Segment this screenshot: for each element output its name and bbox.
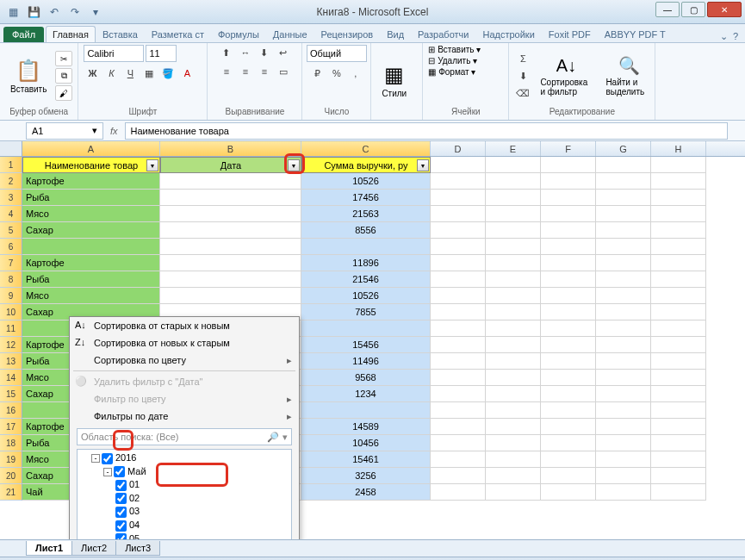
cell[interactable] bbox=[651, 255, 706, 271]
cell[interactable] bbox=[651, 370, 706, 386]
styles-button[interactable]: ▦ Стили bbox=[376, 61, 412, 100]
filter-tree[interactable]: -2016 -Май 01020304050607 (Пустые) bbox=[77, 449, 292, 539]
cell[interactable] bbox=[541, 468, 596, 484]
fx-icon[interactable]: fx bbox=[110, 126, 118, 136]
cell[interactable] bbox=[596, 190, 651, 206]
tab-developer[interactable]: Разработчи bbox=[411, 26, 475, 42]
cell-c[interactable] bbox=[301, 320, 431, 337]
cell-a[interactable]: Рыба bbox=[22, 271, 160, 288]
comma-icon[interactable]: , bbox=[347, 65, 364, 81]
select-all-corner[interactable] bbox=[0, 141, 22, 156]
cell[interactable] bbox=[651, 337, 706, 353]
cell[interactable] bbox=[596, 157, 651, 173]
tab-layout[interactable]: Разметка ст bbox=[145, 26, 211, 42]
cell[interactable] bbox=[651, 320, 706, 337]
cell[interactable] bbox=[486, 288, 541, 304]
cell-b[interactable] bbox=[160, 190, 301, 206]
row-header[interactable]: 13 bbox=[0, 353, 22, 370]
cell-b[interactable] bbox=[160, 222, 301, 239]
dropdown-icon[interactable]: ▾ bbox=[282, 432, 288, 443]
date-filters[interactable]: Фильтры по дате▸ bbox=[70, 408, 299, 425]
cell[interactable] bbox=[486, 451, 541, 468]
cell[interactable] bbox=[651, 157, 706, 173]
cell-c[interactable]: 1234 bbox=[301, 386, 431, 402]
column-header-F[interactable]: F bbox=[541, 141, 596, 156]
cell[interactable] bbox=[541, 320, 596, 337]
cell[interactable] bbox=[596, 337, 651, 353]
tree-year[interactable]: -2016 bbox=[79, 451, 289, 465]
row-header[interactable]: 5 bbox=[0, 222, 22, 239]
formula-input[interactable]: Наименование товара bbox=[125, 122, 728, 140]
merge-icon[interactable]: ▭ bbox=[275, 64, 292, 79]
column-header-D[interactable]: D bbox=[431, 141, 486, 156]
row-header[interactable]: 16 bbox=[0, 402, 22, 419]
cell[interactable] bbox=[651, 304, 706, 320]
row-header[interactable]: 20 bbox=[0, 468, 22, 484]
find-select-button[interactable]: 🔍 Найти и выделить bbox=[600, 53, 658, 98]
cell[interactable] bbox=[431, 173, 486, 190]
cell[interactable] bbox=[596, 271, 651, 288]
redo-icon[interactable]: ↷ bbox=[65, 3, 84, 22]
currency-icon[interactable]: ₽ bbox=[309, 65, 326, 81]
cell-c[interactable]: 10456 bbox=[301, 435, 431, 451]
filter-button-a[interactable]: ▼ bbox=[146, 159, 158, 171]
cell[interactable] bbox=[486, 484, 541, 501]
row-header[interactable]: 1 bbox=[0, 157, 22, 173]
collapse-icon[interactable]: - bbox=[103, 468, 112, 476]
cell[interactable] bbox=[651, 288, 706, 304]
cell[interactable] bbox=[596, 435, 651, 451]
sheet-tab-1[interactable]: Лист1 bbox=[26, 541, 72, 556]
month-checkbox[interactable] bbox=[114, 466, 125, 477]
row-header[interactable]: 18 bbox=[0, 435, 22, 451]
cell[interactable] bbox=[596, 468, 651, 484]
cell-c[interactable] bbox=[301, 402, 431, 419]
tab-formulas[interactable]: Формулы bbox=[211, 26, 266, 42]
cell[interactable] bbox=[486, 419, 541, 435]
cell-c[interactable]: 3256 bbox=[301, 468, 431, 484]
row-header[interactable]: 14 bbox=[0, 370, 22, 386]
cell[interactable] bbox=[541, 255, 596, 271]
cell-c[interactable]: 17456 bbox=[301, 190, 431, 206]
cell[interactable] bbox=[651, 173, 706, 190]
align-top-icon[interactable]: ⬆ bbox=[218, 45, 235, 60]
fill-color-icon[interactable]: 🪣 bbox=[159, 65, 177, 81]
cell[interactable] bbox=[596, 484, 651, 501]
tab-addins[interactable]: Надстройки bbox=[475, 26, 541, 42]
cell[interactable] bbox=[486, 206, 541, 222]
sort-oldest-newest[interactable]: A↓Сортировка от старых к новым bbox=[70, 317, 299, 334]
cell[interactable] bbox=[431, 468, 486, 484]
cut-icon[interactable]: ✂ bbox=[55, 51, 72, 66]
cell[interactable] bbox=[431, 386, 486, 402]
copy-icon[interactable]: ⧉ bbox=[55, 68, 72, 84]
tree-day[interactable]: 01 bbox=[79, 478, 289, 492]
tree-day[interactable]: 03 bbox=[79, 505, 289, 519]
cell[interactable] bbox=[541, 419, 596, 435]
cell[interactable] bbox=[486, 255, 541, 271]
cell-c[interactable]: 8556 bbox=[301, 222, 431, 239]
cell[interactable] bbox=[541, 157, 596, 173]
cell-c[interactable]: 10526 bbox=[301, 288, 431, 304]
day-checkbox[interactable] bbox=[115, 507, 127, 518]
row-header[interactable]: 6 bbox=[0, 239, 22, 255]
align-center-icon[interactable]: ≡ bbox=[237, 64, 254, 79]
cell[interactable] bbox=[541, 173, 596, 190]
column-header-C[interactable]: C bbox=[301, 141, 431, 156]
sheet-tab-3[interactable]: Лист3 bbox=[115, 541, 160, 556]
cell[interactable] bbox=[486, 337, 541, 353]
minimize-button[interactable]: — bbox=[655, 2, 680, 17]
cell[interactable] bbox=[431, 271, 486, 288]
cell[interactable] bbox=[651, 206, 706, 222]
row-header[interactable]: 2 bbox=[0, 173, 22, 190]
cell[interactable] bbox=[431, 255, 486, 271]
cell[interactable] bbox=[486, 304, 541, 320]
align-right-icon[interactable]: ≡ bbox=[256, 64, 273, 79]
delete-cells-button[interactable]: ⊟ Удалить ▾ bbox=[428, 56, 477, 65]
cell-c[interactable]: 2458 bbox=[301, 484, 431, 501]
cell[interactable] bbox=[486, 435, 541, 451]
cell[interactable] bbox=[431, 370, 486, 386]
tab-abbyy[interactable]: ABBYY PDF T bbox=[598, 26, 673, 42]
cell[interactable] bbox=[541, 304, 596, 320]
cell[interactable] bbox=[651, 468, 706, 484]
cell[interactable] bbox=[596, 255, 651, 271]
cell[interactable] bbox=[651, 353, 706, 370]
